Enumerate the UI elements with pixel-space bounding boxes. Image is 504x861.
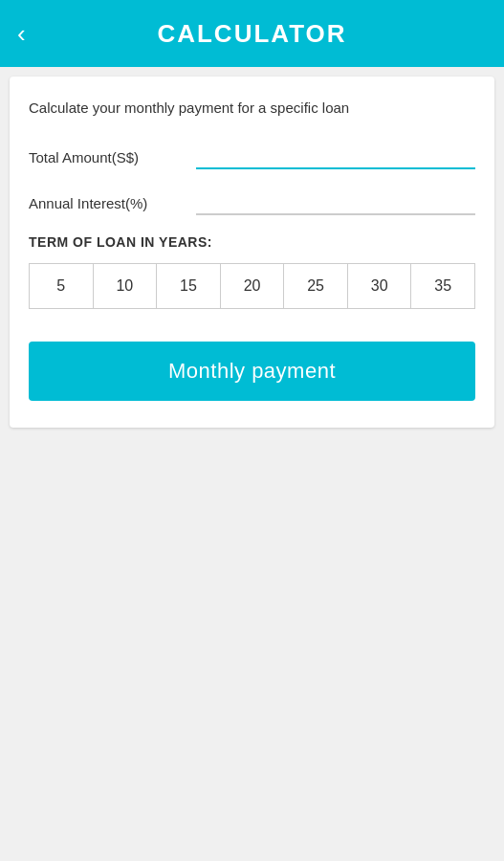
annual-interest-row: Annual Interest(%) bbox=[29, 188, 475, 215]
term-option-10[interactable]: 10 bbox=[94, 264, 158, 308]
calculator-card: Calculate your monthly payment for a spe… bbox=[10, 77, 494, 428]
term-section: TERM OF LOAN IN YEARS: 5 10 15 20 25 30 … bbox=[29, 234, 475, 309]
term-option-20[interactable]: 20 bbox=[221, 264, 285, 308]
back-button[interactable]: ‹ bbox=[17, 21, 26, 46]
total-amount-row: Total Amount(S$) bbox=[29, 143, 475, 169]
term-option-15[interactable]: 15 bbox=[157, 264, 221, 308]
annual-interest-input[interactable] bbox=[196, 188, 475, 215]
term-options-group: 5 10 15 20 25 30 35 bbox=[29, 263, 475, 309]
total-amount-input[interactable] bbox=[196, 143, 475, 169]
term-option-5[interactable]: 5 bbox=[30, 264, 94, 308]
annual-interest-label: Annual Interest(%) bbox=[29, 195, 196, 215]
term-option-35[interactable]: 35 bbox=[411, 264, 474, 308]
content-area: Calculate your monthly payment for a spe… bbox=[0, 67, 504, 861]
monthly-payment-button[interactable]: Monthly payment bbox=[29, 342, 475, 401]
term-option-30[interactable]: 30 bbox=[348, 264, 412, 308]
app-header: ‹ CALCULATOR bbox=[0, 0, 504, 67]
term-label: TERM OF LOAN IN YEARS: bbox=[29, 234, 475, 250]
total-amount-label: Total Amount(S$) bbox=[29, 149, 196, 169]
page-title: CALCULATOR bbox=[157, 19, 346, 49]
term-option-25[interactable]: 25 bbox=[284, 264, 348, 308]
card-subtitle: Calculate your monthly payment for a spe… bbox=[29, 99, 475, 116]
